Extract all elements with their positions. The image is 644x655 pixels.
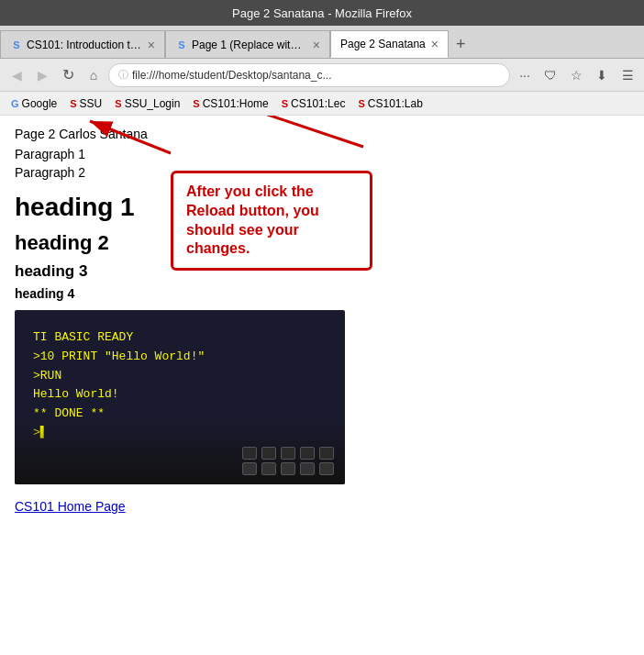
bookmarks-bar: G Google S SSU S SSU_Login S CS101:Home … (0, 92, 644, 116)
bookmark-ssu-login-label: SSU_Login (125, 97, 181, 110)
cs101-lec-icon: S (282, 98, 288, 109)
reload-button[interactable]: ↻ (57, 64, 79, 86)
bookmark-cs101-lec-label: CS101:Lec (291, 97, 345, 110)
tab-label-page2: Page 2 Sanatana (340, 38, 426, 50)
bookmark-google[interactable]: G Google (6, 95, 62, 112)
bookmark-cs101-home-label: CS101:Home (203, 97, 269, 110)
cs101-lab-icon: S (358, 98, 364, 109)
close-icon-page2[interactable]: × (431, 37, 439, 51)
tab-cs101[interactable]: S CS101: Introduction to C... × (0, 30, 165, 58)
tab-page1[interactable]: S Page 1 (Replace with Your L... × (165, 30, 330, 58)
ssu-login-icon: S (115, 98, 121, 109)
cs101-home-link[interactable]: CS101 Home Page (15, 499, 126, 514)
bookmark-google-label: Google (22, 97, 58, 110)
address-bar[interactable]: ⓘ file:///home/student/Desktop/santana_c… (108, 63, 510, 87)
new-tab-button[interactable]: + (449, 30, 473, 58)
annotation-box: After you click the Reload button, you s… (171, 171, 372, 271)
bookmark-cs101-lec[interactable]: S CS101:Lec (276, 95, 351, 112)
bookmark-cs101-home[interactable]: S CS101:Home (187, 95, 273, 112)
toolbar-right: ··· 🛡 ☆ ⬇ ☰ (514, 64, 638, 86)
star-icon[interactable]: ☆ (565, 64, 587, 86)
google-icon: G (11, 98, 19, 109)
image-line-3: >RUN (33, 367, 205, 386)
annotation-text: After you click the Reload button, you s… (186, 183, 319, 256)
shield-icon: 🛡 (539, 64, 561, 86)
tab-label-cs101: CS101: Introduction to C... (27, 39, 142, 51)
ssu-icon: S (70, 98, 76, 109)
close-icon-cs101[interactable]: × (148, 38, 155, 52)
tab-icon-page1: S (175, 39, 188, 51)
home-button[interactable]: ⌂ (83, 64, 105, 86)
tab-label-page1: Page 1 (Replace with Your L... (192, 39, 307, 51)
page-content: Page 2 Carlos Santana Paragraph 1 Paragr… (0, 116, 644, 655)
bookmark-ssu[interactable]: S SSU (64, 95, 107, 112)
toolbar: ◀ ▶ ↻ ⌂ ⓘ file:///home/student/Desktop/s… (0, 59, 644, 92)
tab-icon-cs101: S (10, 39, 23, 51)
menu-button[interactable]: ☰ (616, 64, 638, 86)
address-text: file:///home/student/Desktop/santana_c..… (132, 69, 500, 82)
tab-page2[interactable]: Page 2 Sanatana × (330, 30, 449, 58)
bookmark-ssu-label: SSU (80, 97, 103, 110)
title-bar: Page 2 Sanatana - Mozilla Firefox (0, 0, 644, 26)
image-line-4: Hello World! (33, 385, 205, 405)
heading-4: heading 4 (15, 286, 629, 301)
bookmark-ssu-login[interactable]: S SSU_Login (109, 95, 185, 112)
cs101-home-icon: S (193, 98, 199, 109)
back-button[interactable]: ◀ (6, 64, 28, 86)
bookmark-cs101-lab-label: CS101:Lab (368, 97, 423, 110)
page-title: Page 2 Carlos Santana (15, 127, 629, 141)
image-line-2: >10 PRINT "Hello World!" (33, 348, 205, 367)
window-title: Page 2 Sanatana - Mozilla Firefox (232, 6, 412, 20)
paragraph-1: Paragraph 1 (15, 147, 629, 161)
download-button[interactable]: ⬇ (591, 64, 613, 86)
image-line-1: TI BASIC READY (33, 328, 205, 348)
tab-bar: S CS101: Introduction to C... × S Page 1… (0, 26, 644, 59)
bookmark-cs101-lab[interactable]: S CS101:Lab (352, 95, 427, 112)
more-button[interactable]: ··· (514, 64, 536, 86)
code-image: TI BASIC READY >10 PRINT "Hello World!" … (15, 310, 345, 484)
forward-button[interactable]: ▶ (31, 64, 53, 86)
close-icon-page1[interactable]: × (313, 38, 320, 52)
lock-icon: ⓘ (118, 68, 128, 82)
